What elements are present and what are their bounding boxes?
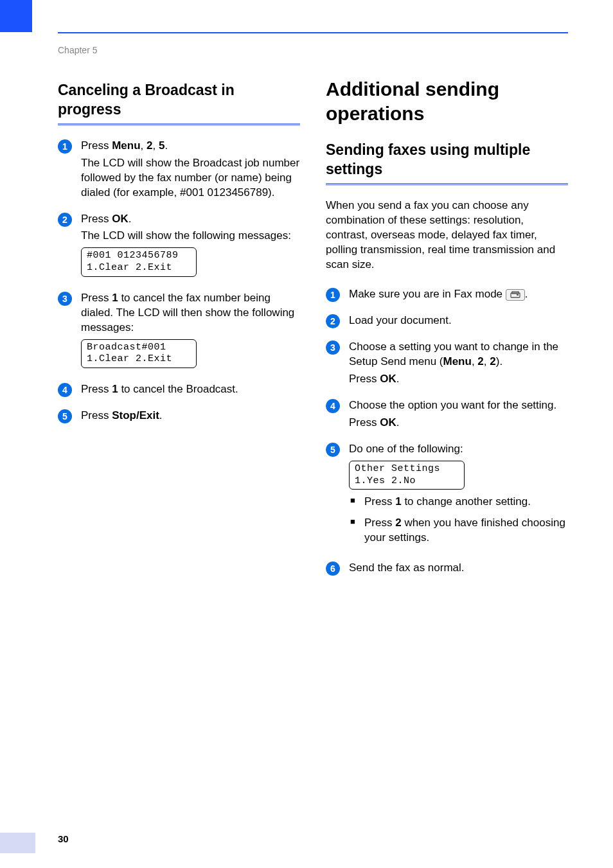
step-badge: 2 (326, 314, 340, 328)
right-step-3: 3 Choose a setting you want to change in… (326, 340, 568, 389)
svg-rect-2 (517, 294, 519, 296)
lcd-display: Other Settings 1.Yes 2.No (349, 461, 465, 490)
text: Press (81, 213, 112, 225)
right-column: Additional sending operations Sending fa… (326, 77, 568, 587)
section-rule (326, 183, 568, 186)
left-step-3: 3 Press 1 to cancel the fax number being… (58, 291, 300, 373)
step-badge: 3 (58, 292, 72, 306)
step-badge: 2 (58, 213, 72, 227)
text: Do one of the following: (349, 442, 568, 457)
lcd-line-2: 1.Yes 2.No (355, 475, 459, 488)
text: Load your document. (349, 314, 568, 328)
key-2: 2 (395, 517, 401, 529)
text: , (472, 355, 477, 368)
left-step-1: 1 Press Menu, 2, 5. The LCD will show th… (58, 139, 300, 203)
ok-key: OK (380, 416, 396, 429)
list-item: Press 1 to change another setting. (349, 495, 568, 509)
key-5: 5 (159, 139, 164, 152)
left-step-4: 4 Press 1 to cancel the Broadcast. (58, 382, 300, 400)
step-badge: 5 (58, 409, 72, 423)
text: . (396, 373, 400, 385)
step-body: Choose the option you want for the setti… (349, 398, 568, 433)
page-content: Chapter 5 Canceling a Broadcast in progr… (0, 0, 613, 619)
text: Press (81, 409, 112, 421)
list-item: Press 2 when you have finished choosing … (349, 516, 568, 545)
right-step-2: 2 Load your document. (326, 314, 568, 331)
right-step-1: 1 Make sure you are in Fax mode . (326, 287, 568, 305)
text: Press (364, 517, 395, 529)
text: Press (81, 139, 112, 152)
text: , (141, 139, 147, 152)
text: to change another setting. (402, 495, 531, 508)
lcd-line-1: Broadcast#001 (87, 342, 191, 354)
ok-key: OK (112, 213, 129, 225)
step-body: Choose a setting you want to change in t… (349, 340, 568, 389)
step-badge: 5 (326, 443, 340, 457)
text: Press (349, 373, 380, 385)
lcd-display: #001 0123456789 1.Clear 2.Exit (81, 247, 197, 277)
menu-key: Menu (112, 139, 140, 152)
right-main-title: Additional sending operations (326, 77, 568, 125)
step-badge: 4 (58, 383, 72, 397)
bullet-list: Press 1 to change another setting. Press… (349, 495, 568, 545)
step-body: Send the fax as normal. (349, 561, 568, 578)
text: Choose the option you want for the setti… (349, 398, 568, 413)
left-column: Canceling a Broadcast in progress 1 Pres… (58, 81, 300, 587)
lcd-line-2: 1.Clear 2.Exit (87, 262, 191, 274)
ok-key: OK (380, 373, 396, 385)
text: Press (81, 383, 112, 395)
step-body: Press Stop/Exit. (81, 409, 300, 426)
text: . (129, 213, 132, 225)
lcd-display: Broadcast#001 1.Clear 2.Exit (81, 339, 197, 369)
stop-exit-key: Stop/Exit (112, 409, 159, 421)
left-section-title: Canceling a Broadcast in progress (58, 81, 300, 120)
text: , (153, 139, 159, 152)
chapter-label: Chapter 5 (58, 45, 568, 55)
step-body: Do one of the following: Other Settings … (349, 442, 568, 552)
intro-paragraph: When you send a fax you can choose any c… (326, 199, 568, 272)
step-body: Make sure you are in Fax mode . (349, 287, 568, 305)
step-badge: 4 (326, 399, 340, 413)
step-body: Load your document. (349, 314, 568, 331)
lcd-line-1: Other Settings (355, 463, 459, 475)
key-2: 2 (147, 139, 152, 152)
right-step-5: 5 Do one of the following: Other Setting… (326, 442, 568, 552)
lcd-line-2: 1.Clear 2.Exit (87, 353, 191, 366)
step-badge: 6 (326, 562, 340, 576)
right-step-6: 6 Send the fax as normal. (326, 561, 568, 578)
key-1: 1 (395, 495, 401, 508)
step-body: Press 1 to cancel the fax number being d… (81, 291, 300, 373)
text: The LCD will show the following messages… (81, 229, 300, 244)
key-1: 1 (112, 292, 118, 304)
step-body: Press OK. The LCD will show the followin… (81, 212, 300, 282)
left-step-2: 2 Press OK. The LCD will show the follow… (58, 212, 300, 282)
text: , (484, 355, 490, 368)
key-2: 2 (490, 355, 495, 368)
left-step-5: 5 Press Stop/Exit. (58, 409, 300, 426)
text: Make sure you are in Fax mode (349, 288, 506, 300)
text: . (525, 288, 528, 300)
section-rule (58, 123, 300, 126)
text: . (164, 139, 168, 152)
menu-key: Menu (443, 355, 471, 368)
text: Send the fax as normal. (349, 561, 568, 576)
top-rule (58, 32, 568, 33)
text: Press (364, 495, 395, 508)
lcd-line-1: #001 0123456789 (87, 250, 191, 262)
step-badge: 1 (58, 139, 72, 154)
key-1: 1 (112, 383, 118, 395)
text: The LCD will show the Broadcast job numb… (81, 156, 300, 200)
fax-mode-icon (506, 289, 525, 301)
step-body: Press Menu, 2, 5. The LCD will show the … (81, 139, 300, 203)
key-2: 2 (477, 355, 483, 368)
right-step-4: 4 Choose the option you want for the set… (326, 398, 568, 433)
text: Press (81, 292, 112, 304)
step-badge: 3 (326, 341, 340, 355)
text: . (159, 409, 163, 421)
step-badge: 1 (326, 288, 340, 302)
text: . (396, 416, 400, 429)
right-sub-title: Sending faxes using multiple settings (326, 141, 568, 179)
two-column-layout: Canceling a Broadcast in progress 1 Pres… (58, 81, 568, 587)
text: Press (349, 416, 380, 429)
step-body: Press 1 to cancel the Broadcast. (81, 382, 300, 400)
